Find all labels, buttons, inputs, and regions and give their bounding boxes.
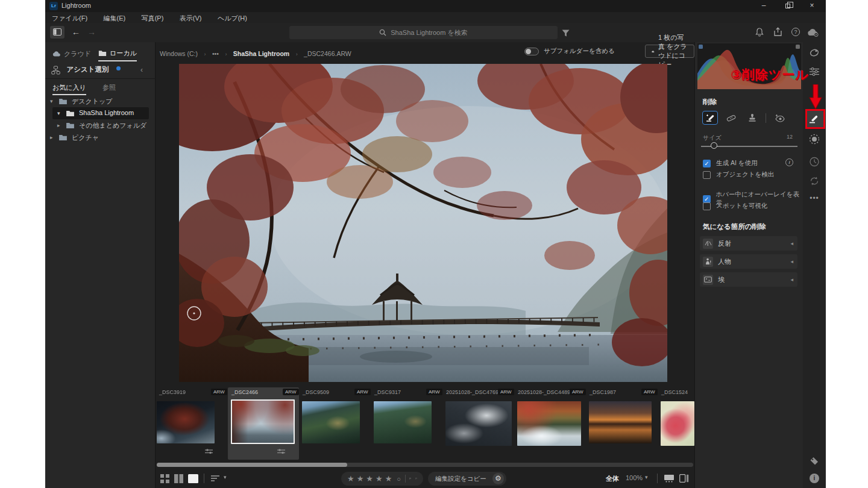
pick-flag-icon[interactable] bbox=[409, 475, 411, 482]
clone-stamp-tool[interactable] bbox=[744, 111, 760, 125]
folder-icon bbox=[58, 98, 68, 105]
heal-brush-tool[interactable] bbox=[723, 111, 739, 125]
tab-favorites[interactable]: お気に入り bbox=[52, 83, 86, 95]
zoom-mode-label[interactable]: 全体 bbox=[606, 474, 619, 483]
sync-activity-button[interactable] bbox=[810, 176, 820, 189]
tab-local[interactable]: ローカル bbox=[98, 48, 137, 61]
chevron-down-icon[interactable]: ▾ bbox=[57, 110, 60, 116]
masking-icon bbox=[809, 134, 820, 145]
copy-edit-settings-button[interactable]: 編集設定をコピー bbox=[435, 475, 486, 483]
tree-item-desktop[interactable]: ▾ デスクトップ bbox=[45, 95, 156, 107]
cloud-sync-button[interactable] bbox=[807, 28, 819, 39]
chevron-right-icon[interactable]: ▸ bbox=[50, 134, 53, 140]
toggle-track[interactable] bbox=[524, 48, 539, 55]
thumbnail-dsc4489[interactable] bbox=[517, 401, 581, 446]
star-icon[interactable]: ★ bbox=[376, 474, 383, 483]
sort-button[interactable] bbox=[211, 475, 221, 482]
collapse-left-icon[interactable]: ◂ bbox=[790, 240, 793, 246]
red-eye-tool[interactable] bbox=[772, 111, 787, 125]
info-button[interactable]: i bbox=[810, 474, 819, 483]
thumbnail-dsc1987[interactable] bbox=[589, 401, 652, 443]
breadcrumb-drive[interactable]: Windows (C:) bbox=[160, 50, 198, 57]
restore-button[interactable] bbox=[776, 0, 800, 12]
color-label-circle-icon[interactable]: ○ bbox=[397, 475, 401, 483]
star-icon[interactable]: ★ bbox=[385, 474, 392, 483]
remove-dust-row[interactable]: 埃 ◂ bbox=[700, 272, 797, 287]
square-grid-view-button[interactable] bbox=[174, 474, 183, 483]
zoom-value[interactable]: 100% bbox=[626, 474, 643, 481]
subfolder-toggle[interactable]: サブフォルダーを含める bbox=[524, 47, 615, 55]
distraction-removal-title: 気になる箇所の削除 bbox=[703, 222, 766, 231]
option-detect-objects[interactable]: オブジェクトを検出 bbox=[703, 170, 774, 179]
collapse-left-icon[interactable]: ◂ bbox=[790, 258, 793, 264]
thumbnail-dsc1524[interactable] bbox=[661, 401, 694, 446]
masking-button[interactable] bbox=[809, 134, 820, 147]
breadcrumb-ellipsis[interactable]: ••• bbox=[212, 50, 219, 57]
gear-icon[interactable]: ⚙ bbox=[492, 473, 504, 484]
filetype-badge: ARW bbox=[354, 389, 371, 395]
option-generative-ai[interactable]: ✓ 生成 AI を使用 bbox=[703, 159, 758, 167]
thumbnail-dsc9317[interactable] bbox=[374, 401, 432, 443]
keywords-button[interactable] bbox=[810, 457, 819, 468]
heal-eraser-tool-selected[interactable] bbox=[702, 111, 718, 125]
photo-canvas[interactable] bbox=[179, 64, 667, 382]
more-tools-button[interactable]: ••• bbox=[810, 194, 819, 202]
option-visualize-spots[interactable]: スポットを可視化 bbox=[703, 202, 767, 210]
star-icon[interactable]: ★ bbox=[366, 474, 373, 483]
remove-people-row[interactable]: 人物 ◂ bbox=[700, 254, 797, 269]
grid-view-button[interactable] bbox=[160, 474, 169, 483]
tab-browse[interactable]: 参照 bbox=[102, 83, 116, 92]
cloud-copy-button[interactable]: 1 枚の写真 をクラウドにコピー bbox=[645, 45, 694, 58]
checkbox-checked[interactable]: ✓ bbox=[703, 160, 711, 167]
breadcrumb-folder[interactable]: ShaSha Lightroom bbox=[233, 50, 289, 57]
filter-button[interactable] bbox=[562, 28, 570, 39]
bell-icon bbox=[755, 28, 764, 37]
folder-icon bbox=[66, 110, 75, 117]
info-icon[interactable]: i bbox=[785, 158, 793, 166]
help-button[interactable]: ? bbox=[791, 28, 800, 36]
checkbox-unchecked[interactable] bbox=[703, 171, 711, 179]
filmstrip-scrollbar-track[interactable] bbox=[157, 463, 693, 467]
sidebar-toggle-button[interactable] bbox=[50, 26, 64, 39]
back-button[interactable]: ← bbox=[72, 27, 80, 37]
thumbnail-dsc4769[interactable] bbox=[445, 401, 512, 446]
collapse-left-icon[interactable]: ◂ bbox=[790, 277, 793, 283]
left-sidebar: クラウド ローカル アシスト選別 ‹ お気に入り 参照 ▾ デスクトップ ▾ bbox=[45, 42, 156, 488]
tree-item-other-folder[interactable]: ▸ その他まとめフォルダ bbox=[52, 119, 156, 131]
tab-cloud[interactable]: クラウド bbox=[52, 48, 91, 61]
tree-item-pictures[interactable]: ▸ ピクチャ bbox=[45, 131, 156, 143]
star-icon[interactable]: ★ bbox=[357, 474, 364, 483]
before-after-button[interactable] bbox=[679, 474, 689, 483]
chevron-right-icon[interactable]: ▸ bbox=[57, 122, 60, 128]
zoom-chevron-icon[interactable]: ▾ bbox=[645, 474, 648, 480]
edit-sliders-button[interactable] bbox=[810, 67, 819, 78]
filmstrip: _DSC3919 ARW _DSC2466 ARW _DSC9509 ARW _… bbox=[156, 387, 694, 462]
detail-view-button-active[interactable] bbox=[188, 474, 198, 483]
breadcrumb-file[interactable]: _DSC2466.ARW bbox=[304, 50, 351, 57]
thumbnail-dsc3919[interactable] bbox=[157, 401, 215, 443]
star-icon[interactable]: ★ bbox=[347, 474, 354, 483]
sidebar-collapse-button[interactable]: ‹ bbox=[140, 66, 143, 74]
assist-select-item[interactable]: アシスト選別 bbox=[51, 64, 121, 75]
filmstrip-toggle-button[interactable] bbox=[664, 474, 675, 483]
search-input[interactable]: ShaSha Lightroom を検索 bbox=[289, 26, 558, 39]
filmstrip-scrollbar-thumb[interactable] bbox=[157, 463, 347, 467]
versions-button[interactable] bbox=[810, 157, 820, 169]
share-button[interactable] bbox=[773, 27, 782, 39]
people-icon bbox=[703, 257, 713, 267]
toggle-knob bbox=[526, 49, 531, 54]
size-slider-knob[interactable] bbox=[711, 142, 717, 149]
sync-icon bbox=[810, 176, 820, 186]
sort-chevron-icon[interactable]: ▾ bbox=[224, 474, 227, 480]
notifications-button[interactable] bbox=[755, 28, 764, 39]
thumbnail-dsc2466-selected[interactable] bbox=[231, 399, 295, 444]
reject-flag-icon[interactable] bbox=[415, 475, 417, 482]
tree-item-shasha-lightroom[interactable]: ▾ ShaSha Lightroom bbox=[52, 107, 149, 119]
thumbnail-dsc9509[interactable] bbox=[302, 401, 360, 443]
remove-reflections-row[interactable]: 反射 ◂ bbox=[700, 236, 797, 251]
close-button[interactable]: × bbox=[800, 0, 824, 12]
chevron-down-icon[interactable]: ▾ bbox=[50, 98, 53, 104]
edit-adjustments-button[interactable] bbox=[810, 48, 820, 60]
minimize-button[interactable]: – bbox=[752, 0, 776, 12]
checkbox-unchecked[interactable] bbox=[703, 202, 711, 210]
